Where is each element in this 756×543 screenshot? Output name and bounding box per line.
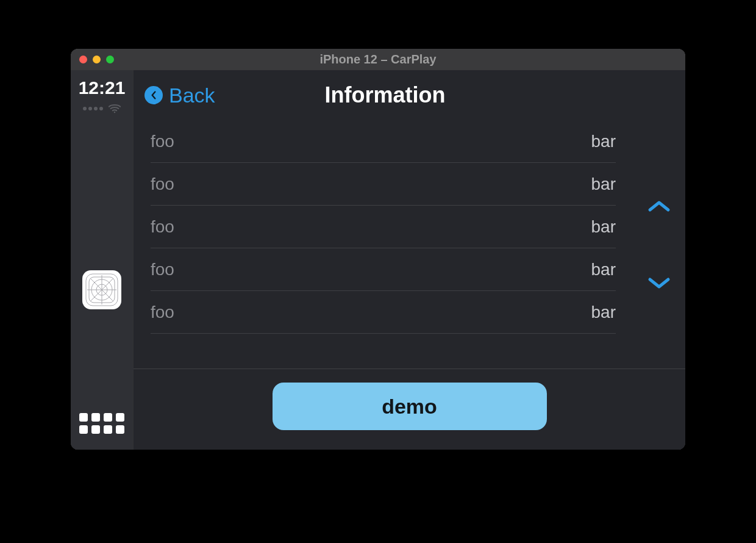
traffic-lights	[79, 56, 114, 63]
status-signal-row	[83, 102, 121, 115]
status-rail: 12:21	[71, 70, 133, 450]
row-key: foo	[151, 174, 174, 194]
content-area: Back Information foo bar foo bar fo	[133, 70, 685, 450]
status-clock: 12:21	[79, 77, 126, 98]
row-key: foo	[151, 303, 174, 322]
row-value: bar	[591, 217, 616, 237]
demo-button[interactable]: demo	[273, 383, 547, 430]
list-item[interactable]: foo bar	[151, 291, 616, 334]
minimize-window-button[interactable]	[93, 56, 101, 63]
content-body: foo bar foo bar foo bar foo bar	[134, 120, 685, 369]
list-item[interactable]: foo bar	[151, 120, 616, 163]
nav-header: Back Information	[134, 70, 685, 120]
row-key: foo	[151, 132, 174, 151]
simulator-window: iPhone 12 – CarPlay 12:21	[71, 49, 685, 450]
scroll-down-button[interactable]	[647, 271, 671, 295]
list-item[interactable]: foo bar	[151, 163, 616, 206]
row-value: bar	[591, 260, 616, 279]
zoom-window-button[interactable]	[106, 56, 114, 63]
page-title: Information	[325, 82, 446, 108]
chevron-left-icon	[144, 86, 163, 104]
carplay-screen: 12:21	[71, 70, 685, 450]
window-titlebar: iPhone 12 – CarPlay	[71, 49, 685, 70]
row-value: bar	[591, 303, 616, 322]
footer-area: demo	[134, 369, 685, 450]
list-item[interactable]: foo bar	[151, 248, 616, 291]
list-item[interactable]: foo bar	[151, 206, 616, 248]
row-key: foo	[151, 260, 174, 279]
row-value: bar	[591, 132, 616, 151]
back-label: Back	[169, 84, 215, 107]
close-window-button[interactable]	[79, 56, 87, 63]
scroll-up-button[interactable]	[647, 194, 671, 218]
row-key: foo	[151, 217, 174, 237]
svg-point-0	[113, 112, 115, 113]
current-app-icon[interactable]	[82, 270, 121, 309]
home-button[interactable]	[79, 413, 124, 434]
cellular-icon	[83, 107, 103, 110]
back-button[interactable]: Back	[144, 84, 215, 107]
info-list: foo bar foo bar foo bar foo bar	[134, 120, 633, 369]
wifi-icon	[108, 102, 121, 115]
row-value: bar	[591, 174, 616, 194]
scroll-arrows	[633, 120, 685, 369]
window-title: iPhone 12 – CarPlay	[71, 52, 685, 67]
